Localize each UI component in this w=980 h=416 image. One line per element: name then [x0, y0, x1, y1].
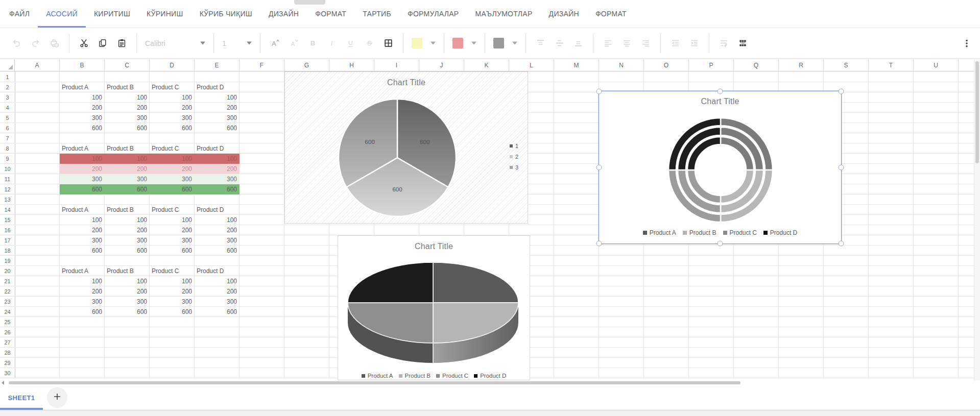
cell-C9[interactable]: 100: [105, 154, 150, 164]
menu-tab-data[interactable]: МАЪЛУМОТЛАР: [467, 0, 540, 28]
column-header-R[interactable]: R: [779, 59, 824, 71]
cell-E17[interactable]: 300: [195, 235, 240, 246]
selection-handle[interactable]: [839, 241, 844, 247]
cell-B10[interactable]: 200: [60, 164, 105, 174]
cell-C11[interactable]: 300: [105, 174, 150, 184]
cell-B24[interactable]: 600: [60, 307, 105, 317]
row-header-8[interactable]: 8: [0, 143, 15, 154]
cell-C12[interactable]: 600: [105, 184, 150, 194]
doughnut-chart-selected[interactable]: Chart Title Product AProduct BProduct CP…: [598, 90, 842, 244]
selection-handle[interactable]: [596, 165, 602, 170]
cell-B21[interactable]: 100: [60, 276, 105, 286]
shape-fill-color-button[interactable]: [493, 38, 517, 48]
horizontal-scroll-thumb[interactable]: [9, 381, 740, 384]
menu-tab-home[interactable]: АСОСИЙ: [38, 0, 86, 28]
cell-D16[interactable]: 200: [150, 225, 195, 235]
cell-D4[interactable]: 200: [150, 103, 195, 113]
row-header-1[interactable]: 1: [0, 72, 15, 82]
cell-D5[interactable]: 300: [150, 113, 195, 123]
menu-tab-file[interactable]: ФАЙЛ: [1, 0, 38, 28]
cell-D2[interactable]: Product C: [150, 82, 195, 92]
cell-B3[interactable]: 100: [60, 92, 105, 103]
menu-tab-view[interactable]: КЎРИНИШ: [138, 0, 192, 28]
column-header-L[interactable]: L: [509, 59, 554, 71]
cut-button[interactable]: [77, 36, 91, 50]
cell-C15[interactable]: 100: [105, 215, 150, 225]
column-header-F[interactable]: F: [240, 59, 284, 71]
cell-C5[interactable]: 300: [105, 113, 150, 123]
cell-C16[interactable]: 200: [105, 225, 150, 235]
cell-B18[interactable]: 600: [60, 246, 105, 256]
pie-chart[interactable]: Chart Title 600600600 123: [284, 71, 528, 224]
cell-B5[interactable]: 300: [60, 113, 105, 123]
cell-E14[interactable]: Product D: [195, 205, 240, 215]
row-header-30[interactable]: 30: [0, 368, 15, 378]
column-header-S[interactable]: S: [824, 59, 869, 71]
selection-handle[interactable]: [839, 165, 844, 170]
column-header-H[interactable]: H: [329, 59, 374, 71]
cell-C22[interactable]: 200: [105, 286, 150, 297]
cell-E3[interactable]: 100: [195, 92, 240, 103]
row-header-16[interactable]: 16: [0, 225, 15, 235]
cell-E22[interactable]: 200: [195, 286, 240, 297]
select-all-corner[interactable]: [0, 59, 15, 71]
cell-E11[interactable]: 300: [195, 174, 240, 184]
row-header-19[interactable]: 19: [0, 256, 15, 266]
cell-D20[interactable]: Product C: [150, 266, 195, 276]
cell-E2[interactable]: Product D: [195, 82, 240, 92]
cell-C24[interactable]: 600: [105, 307, 150, 317]
selection-handle[interactable]: [596, 89, 602, 94]
column-header-P[interactable]: P: [689, 59, 734, 71]
row-header-13[interactable]: 13: [0, 194, 15, 205]
row-header-3[interactable]: 3: [0, 92, 15, 103]
cell-E20[interactable]: Product D: [195, 266, 240, 276]
column-header-B[interactable]: B: [60, 59, 105, 71]
add-sheet-button[interactable]: [47, 387, 67, 408]
cell-C4[interactable]: 200: [105, 103, 150, 113]
cell-D12[interactable]: 600: [150, 184, 195, 194]
pie-3d-chart[interactable]: Chart Title Product AProduct BProduct CP…: [338, 235, 530, 380]
cell-C3[interactable]: 100: [105, 92, 150, 103]
cell-C8[interactable]: Product B: [105, 143, 150, 154]
column-header-K[interactable]: K: [464, 59, 509, 71]
cell-D15[interactable]: 100: [150, 215, 195, 225]
column-header-N[interactable]: N: [599, 59, 644, 71]
cell-C10[interactable]: 200: [105, 164, 150, 174]
vertical-scrollbar[interactable]: [974, 59, 980, 380]
menu-tab-format-2[interactable]: ФОРМАТ: [587, 0, 635, 28]
row-header-5[interactable]: 5: [0, 113, 15, 123]
cell-E23[interactable]: 300: [195, 297, 240, 307]
cell-B14[interactable]: Product A: [60, 205, 105, 215]
cell-E24[interactable]: 600: [195, 307, 240, 317]
cell-E21[interactable]: 100: [195, 276, 240, 286]
cell-B9[interactable]: 100: [60, 154, 105, 164]
cell-E5[interactable]: 300: [195, 113, 240, 123]
cell-D18[interactable]: 600: [150, 246, 195, 256]
cell-B11[interactable]: 300: [60, 174, 105, 184]
column-header-O[interactable]: O: [644, 59, 689, 71]
column-header-D[interactable]: D: [150, 59, 195, 71]
row-header-23[interactable]: 23: [0, 297, 15, 307]
row-header-10[interactable]: 10: [0, 164, 15, 174]
cell-D23[interactable]: 300: [150, 297, 195, 307]
cell-C23[interactable]: 300: [105, 297, 150, 307]
scroll-left-icon[interactable]: [1, 381, 5, 385]
cell-C20[interactable]: Product B: [105, 266, 150, 276]
column-header-G[interactable]: G: [284, 59, 329, 71]
column-header-C[interactable]: C: [105, 59, 150, 71]
selection-handle[interactable]: [718, 89, 723, 94]
cell-D9[interactable]: 100: [150, 154, 195, 164]
font-color-button[interactable]: [452, 38, 476, 48]
sheet-tab-sheet1[interactable]: SHEET1: [0, 386, 43, 410]
row-header-15[interactable]: 15: [0, 215, 15, 225]
cell-D17[interactable]: 300: [150, 235, 195, 246]
menu-tab-review[interactable]: КЎРИБ ЧИҚИШ: [192, 0, 260, 28]
row-header-2[interactable]: 2: [0, 82, 15, 92]
cell-D11[interactable]: 300: [150, 174, 195, 184]
cell-B2[interactable]: Product A: [60, 82, 105, 92]
row-header-6[interactable]: 6: [0, 123, 15, 133]
cell-C14[interactable]: Product B: [105, 205, 150, 215]
cell-D8[interactable]: Product C: [150, 143, 195, 154]
cell-D22[interactable]: 200: [150, 286, 195, 297]
column-header-J[interactable]: J: [419, 59, 464, 71]
